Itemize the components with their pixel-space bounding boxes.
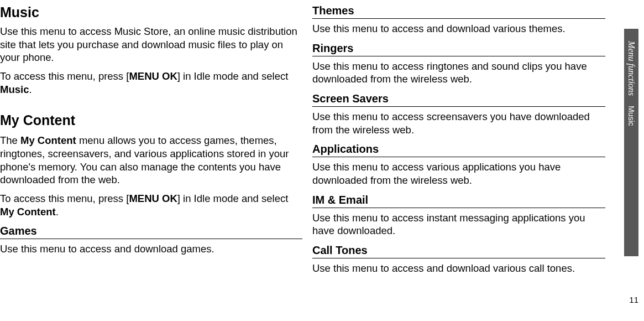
text-fragment: To access this menu, press [ [0,193,129,204]
mycontent-heading: My Content [0,112,302,128]
mycontent-body-2: To access this menu, press [MENU OK] in … [0,192,302,218]
page-number: 11 [629,295,638,304]
left-column: Music Use this menu to access Music Stor… [0,0,312,285]
text-fragment: The [0,134,20,146]
calltones-heading: Call Tones [312,244,605,258]
calltones-body: Use this menu to access and download var… [312,262,605,275]
text-fragment: To access this menu, press [ [0,70,129,82]
side-tab-category: Menu functions [626,41,636,96]
themes-heading: Themes [312,4,605,19]
screensavers-heading: Screen Savers [312,92,605,107]
music-body-2: To access this menu, press [MENU OK] in … [0,70,302,96]
mycontent-label: My Content [20,134,76,146]
text-fragment: . [29,84,32,95]
mycontent-label: My Content [0,206,56,218]
applications-heading: Applications [312,143,605,157]
applications-body: Use this menu to access various applicat… [312,161,605,187]
page-content: Music Use this menu to access Music Stor… [0,0,644,285]
side-tab: Menu functions Music [624,29,638,256]
imemail-heading: IM & Email [312,194,605,208]
ringers-heading: Ringers [312,42,605,56]
games-body: Use this menu to access and download gam… [0,242,302,256]
text-fragment: . [56,206,59,218]
menu-ok-label: MENU OK [129,193,177,204]
text-fragment: ] in Idle mode and select [177,70,289,82]
screensavers-body: Use this menu to access screensavers you… [312,110,605,136]
imemail-body: Use this menu to access instant messagin… [312,211,605,237]
ringers-body: Use this menu to access ringtones and so… [312,60,605,86]
mycontent-body-1: The My Content menu allows you to access… [0,134,302,187]
side-tab-section: Music [627,106,636,126]
music-label: Music [0,84,29,95]
music-heading: Music [0,4,302,20]
themes-body: Use this menu to access and download var… [312,22,605,35]
text-fragment: ] in Idle mode and select [177,193,289,204]
games-heading: Games [0,225,302,239]
right-column: Themes Use this menu to access and downl… [312,0,622,285]
music-body-1: Use this menu to access Music Store, an … [0,25,302,64]
menu-ok-label: MENU OK [129,70,177,82]
